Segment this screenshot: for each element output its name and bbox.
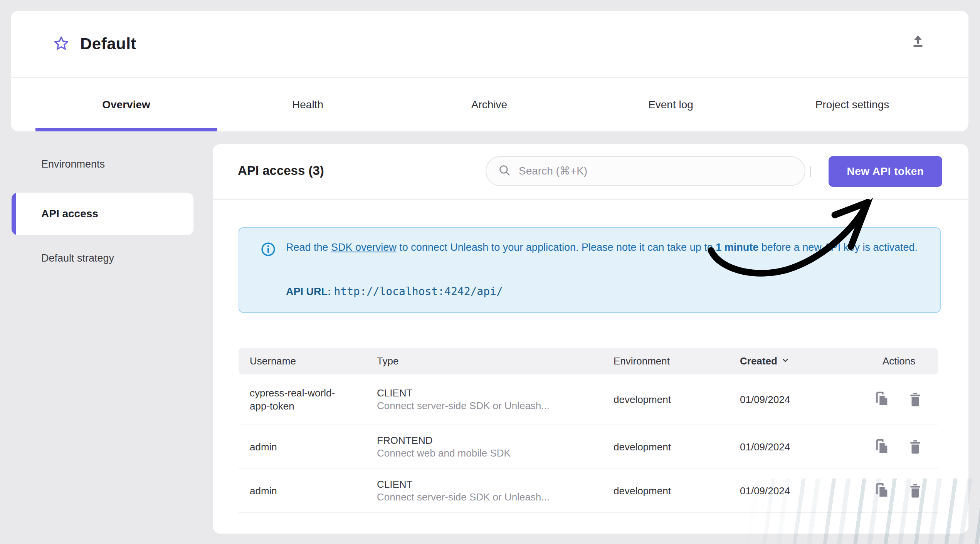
trash-icon: [908, 403, 923, 409]
new-api-token-button[interactable]: New API token: [829, 156, 942, 187]
trash-icon: [908, 451, 923, 457]
page-title: Default: [80, 35, 136, 53]
tab-overview[interactable]: Overview: [35, 78, 217, 131]
tab-project-settings[interactable]: Project settings: [761, 78, 943, 131]
project-header-card: Default Overview Health Archive Event lo…: [11, 11, 968, 131]
search-input[interactable]: [519, 165, 765, 177]
delete-token-button[interactable]: [908, 391, 923, 408]
copy-icon: [874, 451, 890, 457]
cell-created: 01/09/2024: [729, 441, 867, 453]
sort-chevron-down-icon: [781, 355, 790, 367]
copy-icon: [874, 403, 890, 409]
table-row: admin FRONTEND Connect web and mobile SD…: [239, 425, 938, 468]
column-header-actions: Actions: [867, 355, 938, 367]
active-tab-underline: [35, 128, 217, 131]
copy-token-button[interactable]: [874, 391, 890, 408]
table-header-row: Username Type Environment Created Action…: [239, 348, 938, 374]
project-tabs: Overview Health Archive Event log Projec…: [35, 78, 943, 131]
upload-icon: [909, 46, 927, 52]
delete-token-button[interactable]: [908, 438, 923, 455]
cell-username: admin: [239, 484, 366, 497]
cell-actions: [867, 438, 938, 455]
api-url-line: API URL: http://localhost:4242/api/: [286, 285, 503, 298]
info-icon: [261, 242, 276, 258]
cell-environment: development: [602, 394, 729, 406]
star-icon: [52, 35, 70, 54]
cell-created: 01/09/2024: [729, 394, 867, 406]
cell-type: CLIENT Connect server-side SDK or Unleas…: [366, 387, 602, 412]
sidebar-item-api-access[interactable]: API access: [12, 193, 193, 235]
panel-heading: API access (3): [238, 163, 324, 178]
cell-environment: development: [602, 485, 729, 497]
column-header-type[interactable]: Type: [366, 355, 602, 367]
copy-token-button[interactable]: [874, 438, 890, 455]
favorite-star-button[interactable]: [52, 35, 70, 53]
cell-username: cypress-real-world-app-token: [239, 386, 366, 413]
column-header-username[interactable]: Username: [239, 355, 366, 367]
export-button[interactable]: [909, 33, 927, 51]
tab-health[interactable]: Health: [217, 78, 398, 131]
cell-environment: development: [602, 441, 729, 453]
background-texture: [741, 479, 980, 544]
toolbar-divider: [810, 166, 811, 177]
api-url-value: http://localhost:4242/api/: [334, 285, 503, 298]
project-title-row: Default: [11, 11, 968, 77]
search-icon: [498, 164, 511, 178]
tab-archive[interactable]: Archive: [398, 78, 580, 131]
column-header-created[interactable]: Created: [729, 355, 867, 367]
tab-event-log[interactable]: Event log: [580, 78, 761, 131]
active-item-bar: [12, 193, 16, 235]
settings-sidebar: Environments API access Default strategy: [12, 144, 193, 269]
column-header-environment[interactable]: Environment: [602, 355, 729, 367]
table-row: cypress-real-world-app-token CLIENT Conn…: [239, 374, 938, 425]
api-access-panel: API access (3) New API token Read the SD…: [213, 144, 968, 534]
cell-type: FRONTEND Connect web and mobile SDK: [366, 434, 602, 460]
panel-header-separator: [213, 199, 968, 200]
sidebar-item-default-strategy[interactable]: Default strategy: [12, 247, 193, 269]
cell-type: CLIENT Connect server-side SDK or Unleas…: [366, 478, 602, 504]
sdk-overview-link[interactable]: SDK overview: [331, 242, 397, 253]
alert-message: Read the SDK overview to connect Unleash…: [286, 240, 926, 255]
sidebar-item-environments[interactable]: Environments: [12, 153, 193, 175]
cell-username: admin: [239, 440, 366, 453]
cell-actions: [867, 391, 938, 408]
sdk-info-alert: Read the SDK overview to connect Unleash…: [239, 227, 941, 313]
search-field[interactable]: [486, 156, 805, 186]
